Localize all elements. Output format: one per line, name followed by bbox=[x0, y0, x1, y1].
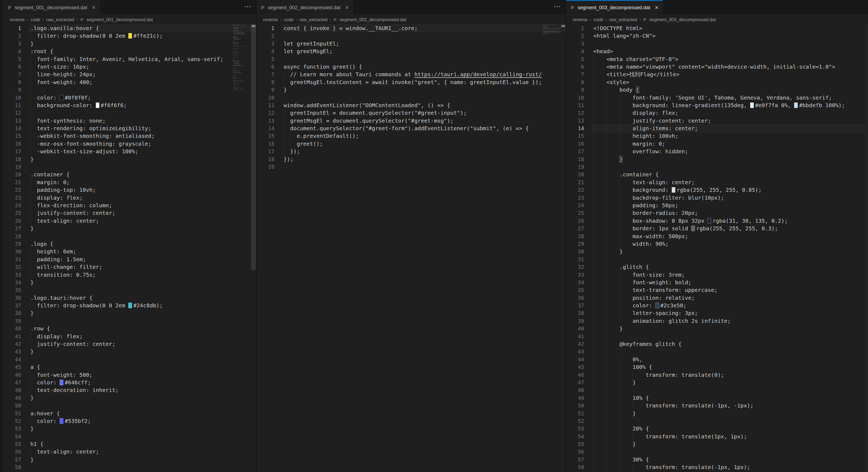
code-line[interactable]: 46 transform: translate(0); bbox=[566, 371, 868, 379]
code-line[interactable]: 16 greet(); bbox=[256, 140, 566, 147]
code-lines[interactable]: 1const { invoke } = window.__TAURI__.cor… bbox=[256, 25, 566, 472]
code-line[interactable]: 52 color: #535bf2; bbox=[3, 417, 256, 425]
breadcrumb-item[interactable]: reverse bbox=[263, 17, 278, 22]
breadcrumb-file[interactable]: segment_001_decompressed.dat bbox=[86, 17, 153, 22]
code-line[interactable]: 42 @keyframes glitch { bbox=[566, 340, 868, 348]
code-line[interactable]: 7 // Learn more about Tauri commands at … bbox=[256, 70, 566, 78]
code-line[interactable]: 17 -webkit-text-size-adjust: 100%; bbox=[3, 147, 256, 155]
vertical-scrollbar[interactable] bbox=[251, 25, 256, 472]
code-editor[interactable]: 1const { invoke } = window.__TAURI__.cor… bbox=[256, 25, 566, 472]
code-line[interactable]: 15 -webkit-font-smoothing: antialiased; bbox=[3, 132, 256, 140]
code-line[interactable]: 20.container { bbox=[3, 171, 256, 178]
code-line[interactable]: 4let greetMsgEl; bbox=[256, 47, 566, 55]
code-line[interactable]: 14 align-items: center; bbox=[566, 125, 868, 132]
link-text[interactable]: https://tauri.app/develop/calling-rust/ bbox=[414, 71, 542, 77]
breadcrumb-item[interactable]: code bbox=[284, 17, 294, 22]
code-line[interactable]: 24 flex-direction: column; bbox=[3, 202, 256, 209]
code-line[interactable]: 38 letter-spacing: 3px; bbox=[566, 309, 868, 317]
code-line[interactable]: 40.row { bbox=[3, 325, 256, 332]
code-line[interactable]: 3let greetInputEl; bbox=[256, 40, 566, 47]
code-line[interactable]: 39 animation: glitch 2s infinite; bbox=[566, 317, 868, 325]
code-line[interactable]: 14 document.querySelector("#greet-form")… bbox=[256, 125, 566, 132]
breadcrumb-item[interactable]: reverse bbox=[10, 17, 25, 22]
code-line[interactable]: 6 font-size: 16px; bbox=[3, 63, 256, 70]
code-line[interactable]: 57 30% { bbox=[566, 456, 868, 463]
code-line[interactable]: 56 bbox=[566, 448, 868, 456]
code-line[interactable]: 20 .container { bbox=[566, 171, 868, 178]
minimap[interactable]: const { invoke } = window.__TAURI__.core… bbox=[542, 25, 561, 472]
code-line[interactable]: 13 greetMsgEl = document.querySelector("… bbox=[256, 117, 566, 125]
code-line[interactable]: 32 will-change: filter; bbox=[3, 263, 256, 271]
code-line[interactable]: 4<head> bbox=[566, 47, 868, 55]
breadcrumb-item[interactable]: raw_extracted bbox=[299, 17, 328, 22]
code-line[interactable]: 14 text-rendering: optimizeLegibility; bbox=[3, 125, 256, 132]
code-line[interactable]: 42 justify-content: center; bbox=[3, 340, 256, 348]
code-line[interactable]: 19 bbox=[256, 163, 566, 171]
code-line[interactable]: 11 background-color: #f6f6f6; bbox=[3, 101, 256, 109]
editor-actions-more-icon[interactable]: ⋯ bbox=[554, 2, 561, 11]
color-swatch[interactable] bbox=[750, 103, 754, 108]
code-line[interactable]: 36 position: relative; bbox=[566, 294, 868, 302]
code-line[interactable]: 49 10% { bbox=[566, 394, 868, 402]
color-swatch[interactable] bbox=[60, 418, 63, 424]
breadcrumb-item[interactable]: code bbox=[31, 17, 40, 22]
code-line[interactable]: 2<html lang="zh-CN"> bbox=[566, 32, 868, 40]
code-line[interactable]: 3} bbox=[3, 40, 256, 47]
code-line[interactable]: 16 -moz-osx-font-smoothing: grayscale; bbox=[3, 140, 256, 147]
code-line[interactable]: 5 bbox=[256, 55, 566, 63]
code-line[interactable]: 47 } bbox=[566, 379, 868, 386]
code-line[interactable]: 53} bbox=[3, 425, 256, 432]
code-line[interactable]: 1const { invoke } = window.__TAURI__.cor… bbox=[256, 25, 566, 32]
code-line[interactable]: 58 transform: translate(-1px, 1px); bbox=[566, 463, 868, 471]
vertical-scrollbar[interactable] bbox=[561, 25, 566, 472]
code-line[interactable]: 44 bbox=[3, 356, 256, 363]
code-line[interactable]: 50 bbox=[3, 402, 256, 409]
code-line[interactable]: 54 bbox=[3, 433, 256, 440]
code-line[interactable]: 46 font-weight: 500; bbox=[3, 371, 256, 379]
close-icon[interactable]: ✕ bbox=[345, 5, 349, 10]
code-line[interactable]: 12 bbox=[3, 109, 256, 116]
code-line[interactable]: 33 transition: 0.75s; bbox=[3, 271, 256, 279]
code-line[interactable]: 5 font-family: Inter, Avenir, Helvetica,… bbox=[3, 55, 256, 63]
code-line[interactable]: 10 color: #0f0f0f; bbox=[3, 94, 256, 101]
minimap[interactable]: .logo.vanilla:hover { filter: drop-shado… bbox=[232, 25, 251, 472]
code-line[interactable]: 45 100% { bbox=[566, 363, 868, 371]
code-line[interactable]: 30 } bbox=[566, 248, 868, 255]
code-line[interactable]: 13 font-synthesis: none; bbox=[3, 117, 256, 125]
breadcrumb-file[interactable]: segment_002_decompressed.dat bbox=[340, 17, 406, 22]
code-line[interactable]: 11window.addEventListener("DOMContentLoa… bbox=[256, 101, 566, 109]
code-line[interactable]: 12 display: flex; bbox=[566, 109, 868, 116]
code-line[interactable]: 1.logo.vanilla:hover { bbox=[3, 25, 256, 32]
code-line[interactable]: 34} bbox=[3, 279, 256, 286]
editor-actions-more-icon[interactable]: ⋯ bbox=[244, 2, 252, 11]
code-line[interactable]: 29 width: 90%; bbox=[566, 240, 868, 248]
code-line[interactable]: 38} bbox=[3, 309, 256, 317]
code-line[interactable]: 8 font-weight: 400; bbox=[3, 78, 256, 86]
code-line[interactable]: 9 bbox=[3, 86, 256, 94]
code-line[interactable]: 50 transform: translate(-1px, -1px); bbox=[566, 402, 868, 409]
code-line[interactable]: 13 justify-content: center; bbox=[566, 117, 868, 125]
code-line[interactable]: 35 bbox=[3, 286, 256, 294]
color-swatch[interactable] bbox=[708, 218, 711, 224]
code-line[interactable]: 27} bbox=[3, 225, 256, 232]
breadcrumb[interactable]: reverse›code›raw_extracted›segment_003_d… bbox=[566, 15, 868, 25]
color-swatch[interactable] bbox=[794, 103, 798, 108]
code-line[interactable]: 30 height: 6em; bbox=[3, 248, 256, 255]
code-line[interactable]: 17 }); bbox=[256, 147, 566, 155]
code-line[interactable]: 6async function greet() { bbox=[256, 63, 566, 70]
code-line[interactable]: 58 bbox=[3, 463, 256, 471]
code-line[interactable]: 21 text-align: center; bbox=[566, 178, 868, 186]
code-line[interactable]: 33 font-size: 3rem; bbox=[566, 271, 868, 279]
code-line[interactable]: 18}); bbox=[256, 156, 566, 163]
code-lines[interactable]: 1.logo.vanilla:hover {2 filter: drop-sha… bbox=[3, 25, 256, 472]
code-line[interactable]: 44 0%, bbox=[566, 356, 868, 363]
code-line[interactable]: 43} bbox=[3, 348, 256, 356]
code-line[interactable]: 31 bbox=[566, 256, 868, 263]
code-line[interactable]: 7 <title>找到Flag</title> bbox=[566, 70, 868, 78]
code-line[interactable]: 6 <meta name="viewport" content="width=d… bbox=[566, 63, 868, 70]
code-line[interactable]: 29.logo { bbox=[3, 240, 256, 248]
scrollbar-slider[interactable] bbox=[251, 25, 256, 270]
color-swatch[interactable] bbox=[128, 303, 132, 308]
code-line[interactable]: 26 text-align: center; bbox=[3, 217, 256, 225]
code-line[interactable]: 27 border: 1px solid rgba(255, 255, 255,… bbox=[566, 225, 868, 232]
